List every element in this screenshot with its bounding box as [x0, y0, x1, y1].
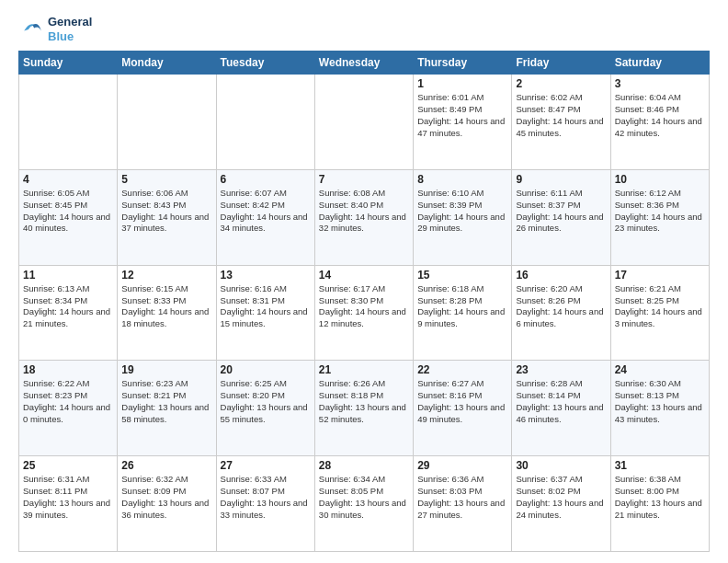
day-info: Sunrise: 6:20 AM Sunset: 8:26 PM Dayligh…: [516, 283, 606, 330]
day-number: 13: [221, 269, 311, 282]
calendar-cell: 31Sunrise: 6:38 AM Sunset: 8:00 PM Dayli…: [610, 456, 709, 552]
day-info: Sunrise: 6:13 AM Sunset: 8:34 PM Dayligh…: [23, 283, 113, 330]
calendar-week-2: 4Sunrise: 6:05 AM Sunset: 8:45 PM Daylig…: [19, 169, 710, 265]
calendar-header-row: SundayMondayTuesdayWednesdayThursdayFrid…: [19, 52, 710, 75]
day-number: 28: [319, 459, 409, 472]
day-number: 9: [516, 173, 606, 186]
calendar-cell: [19, 75, 118, 170]
day-number: 31: [615, 459, 705, 472]
day-info: Sunrise: 6:07 AM Sunset: 8:42 PM Dayligh…: [221, 188, 311, 235]
calendar-cell: 21Sunrise: 6:26 AM Sunset: 8:18 PM Dayli…: [314, 361, 413, 456]
day-number: 7: [319, 173, 409, 186]
day-number: 3: [615, 77, 705, 90]
day-number: 18: [23, 363, 113, 376]
calendar: SundayMondayTuesdayWednesdayThursdayFrid…: [18, 51, 710, 552]
calendar-cell: 28Sunrise: 6:34 AM Sunset: 8:05 PM Dayli…: [314, 456, 413, 552]
calendar-cell: 16Sunrise: 6:20 AM Sunset: 8:26 PM Dayli…: [512, 265, 610, 361]
calendar-cell: 3Sunrise: 6:04 AM Sunset: 8:46 PM Daylig…: [610, 75, 709, 170]
day-info: Sunrise: 6:33 AM Sunset: 8:07 PM Dayligh…: [221, 474, 311, 521]
calendar-cell: 10Sunrise: 6:12 AM Sunset: 8:36 PM Dayli…: [610, 169, 709, 265]
calendar-cell: 2Sunrise: 6:02 AM Sunset: 8:47 PM Daylig…: [512, 75, 610, 170]
day-info: Sunrise: 6:10 AM Sunset: 8:39 PM Dayligh…: [417, 188, 507, 235]
day-info: Sunrise: 6:22 AM Sunset: 8:23 PM Dayligh…: [23, 378, 113, 425]
calendar-week-1: 1Sunrise: 6:01 AM Sunset: 8:49 PM Daylig…: [19, 75, 710, 170]
calendar-cell: [118, 75, 216, 170]
day-number: 22: [417, 363, 507, 376]
calendar-week-5: 25Sunrise: 6:31 AM Sunset: 8:11 PM Dayli…: [19, 456, 710, 552]
day-info: Sunrise: 6:38 AM Sunset: 8:00 PM Dayligh…: [615, 474, 705, 521]
day-number: 10: [615, 173, 705, 186]
weekday-header-saturday: Saturday: [610, 52, 709, 75]
weekday-header-tuesday: Tuesday: [216, 52, 314, 75]
calendar-cell: 1Sunrise: 6:01 AM Sunset: 8:49 PM Daylig…: [414, 75, 512, 170]
calendar-cell: 25Sunrise: 6:31 AM Sunset: 8:11 PM Dayli…: [19, 456, 118, 552]
day-info: Sunrise: 6:01 AM Sunset: 8:49 PM Dayligh…: [417, 92, 507, 139]
calendar-cell: 13Sunrise: 6:16 AM Sunset: 8:31 PM Dayli…: [216, 265, 314, 361]
calendar-cell: 15Sunrise: 6:18 AM Sunset: 8:28 PM Dayli…: [414, 265, 512, 361]
weekday-header-thursday: Thursday: [414, 52, 512, 75]
calendar-cell: 23Sunrise: 6:28 AM Sunset: 8:14 PM Dayli…: [512, 361, 610, 456]
svg-rect-0: [18, 17, 44, 42]
day-info: Sunrise: 6:16 AM Sunset: 8:31 PM Dayligh…: [221, 283, 311, 330]
day-number: 20: [221, 363, 311, 376]
day-number: 6: [221, 173, 311, 186]
calendar-cell: 22Sunrise: 6:27 AM Sunset: 8:16 PM Dayli…: [414, 361, 512, 456]
day-info: Sunrise: 6:12 AM Sunset: 8:36 PM Dayligh…: [615, 188, 705, 235]
calendar-cell: 20Sunrise: 6:25 AM Sunset: 8:20 PM Dayli…: [216, 361, 314, 456]
day-info: Sunrise: 6:05 AM Sunset: 8:45 PM Dayligh…: [23, 188, 113, 235]
day-info: Sunrise: 6:26 AM Sunset: 8:18 PM Dayligh…: [319, 378, 409, 425]
day-info: Sunrise: 6:23 AM Sunset: 8:21 PM Dayligh…: [121, 378, 211, 425]
calendar-cell: [216, 75, 314, 170]
day-info: Sunrise: 6:15 AM Sunset: 8:33 PM Dayligh…: [121, 283, 211, 330]
day-number: 29: [417, 459, 507, 472]
calendar-cell: 17Sunrise: 6:21 AM Sunset: 8:25 PM Dayli…: [610, 265, 709, 361]
calendar-cell: 4Sunrise: 6:05 AM Sunset: 8:45 PM Daylig…: [19, 169, 118, 265]
logo-text: General Blue: [48, 15, 92, 43]
calendar-cell: 14Sunrise: 6:17 AM Sunset: 8:30 PM Dayli…: [314, 265, 413, 361]
day-number: 1: [417, 77, 507, 90]
calendar-cell: 7Sunrise: 6:08 AM Sunset: 8:40 PM Daylig…: [314, 169, 413, 265]
weekday-header-wednesday: Wednesday: [314, 52, 413, 75]
day-info: Sunrise: 6:08 AM Sunset: 8:40 PM Dayligh…: [319, 188, 409, 235]
day-info: Sunrise: 6:21 AM Sunset: 8:25 PM Dayligh…: [615, 283, 705, 330]
day-number: 4: [23, 173, 113, 186]
calendar-cell: 26Sunrise: 6:32 AM Sunset: 8:09 PM Dayli…: [118, 456, 216, 552]
day-info: Sunrise: 6:31 AM Sunset: 8:11 PM Dayligh…: [23, 474, 113, 521]
day-number: 25: [23, 459, 113, 472]
day-info: Sunrise: 6:27 AM Sunset: 8:16 PM Dayligh…: [417, 378, 507, 425]
day-number: 19: [121, 363, 211, 376]
calendar-cell: [314, 75, 413, 170]
day-info: Sunrise: 6:28 AM Sunset: 8:14 PM Dayligh…: [516, 378, 606, 425]
calendar-week-4: 18Sunrise: 6:22 AM Sunset: 8:23 PM Dayli…: [19, 361, 710, 456]
day-info: Sunrise: 6:30 AM Sunset: 8:13 PM Dayligh…: [615, 378, 705, 425]
day-number: 23: [516, 363, 606, 376]
day-number: 17: [615, 269, 705, 282]
day-info: Sunrise: 6:17 AM Sunset: 8:30 PM Dayligh…: [319, 283, 409, 330]
day-info: Sunrise: 6:37 AM Sunset: 8:02 PM Dayligh…: [516, 474, 606, 521]
calendar-cell: 29Sunrise: 6:36 AM Sunset: 8:03 PM Dayli…: [414, 456, 512, 552]
logo: General Blue: [18, 15, 92, 43]
weekday-header-sunday: Sunday: [19, 52, 118, 75]
day-number: 14: [319, 269, 409, 282]
day-info: Sunrise: 6:11 AM Sunset: 8:37 PM Dayligh…: [516, 188, 606, 235]
logo-icon: [18, 17, 44, 42]
day-number: 26: [121, 459, 211, 472]
day-info: Sunrise: 6:02 AM Sunset: 8:47 PM Dayligh…: [516, 92, 606, 139]
calendar-cell: 11Sunrise: 6:13 AM Sunset: 8:34 PM Dayli…: [19, 265, 118, 361]
day-number: 24: [615, 363, 705, 376]
day-number: 30: [516, 459, 606, 472]
day-number: 2: [516, 77, 606, 90]
day-number: 16: [516, 269, 606, 282]
calendar-cell: 19Sunrise: 6:23 AM Sunset: 8:21 PM Dayli…: [118, 361, 216, 456]
day-info: Sunrise: 6:25 AM Sunset: 8:20 PM Dayligh…: [221, 378, 311, 425]
header: General Blue: [18, 15, 710, 43]
weekday-header-friday: Friday: [512, 52, 610, 75]
day-info: Sunrise: 6:36 AM Sunset: 8:03 PM Dayligh…: [417, 474, 507, 521]
calendar-cell: 24Sunrise: 6:30 AM Sunset: 8:13 PM Dayli…: [610, 361, 709, 456]
calendar-cell: 12Sunrise: 6:15 AM Sunset: 8:33 PM Dayli…: [118, 265, 216, 361]
day-info: Sunrise: 6:18 AM Sunset: 8:28 PM Dayligh…: [417, 283, 507, 330]
day-number: 8: [417, 173, 507, 186]
day-info: Sunrise: 6:32 AM Sunset: 8:09 PM Dayligh…: [121, 474, 211, 521]
day-number: 21: [319, 363, 409, 376]
calendar-cell: 8Sunrise: 6:10 AM Sunset: 8:39 PM Daylig…: [414, 169, 512, 265]
